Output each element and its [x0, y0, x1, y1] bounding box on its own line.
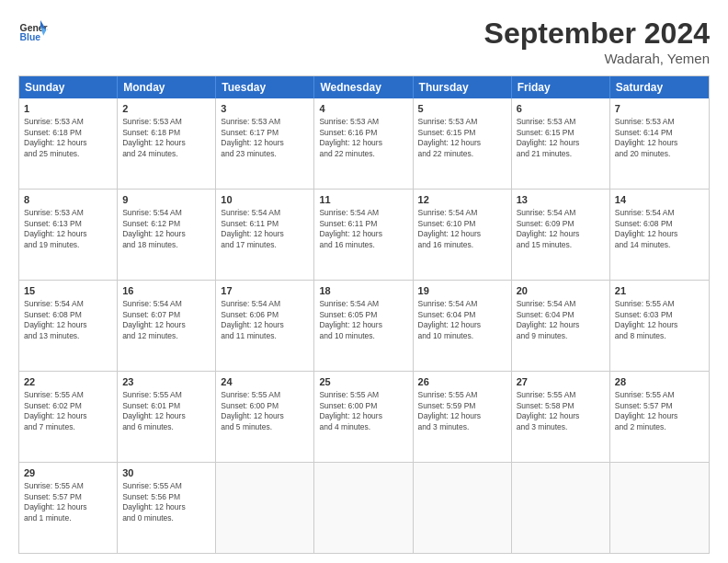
day-info: Sunrise: 5:55 AMSunset: 6:02 PMDaylight:…: [24, 390, 112, 432]
cal-cell-sep12: 12 Sunrise: 5:54 AMSunset: 6:10 PMDaylig…: [414, 190, 512, 280]
day-info: Sunrise: 5:54 AMSunset: 6:12 PMDaylight:…: [122, 208, 210, 250]
day-number: 17: [221, 284, 309, 297]
cal-cell-sep10: 10 Sunrise: 5:54 AMSunset: 6:11 PMDaylig…: [216, 190, 314, 280]
weekday-friday: Friday: [512, 76, 610, 98]
day-number: 20: [517, 284, 605, 297]
cal-cell-sep7: 7 Sunrise: 5:53 AMSunset: 6:14 PMDayligh…: [610, 98, 709, 189]
day-number: 6: [517, 102, 605, 115]
cal-cell-sep23: 23 Sunrise: 5:55 AMSunset: 6:01 PMDaylig…: [118, 372, 216, 462]
day-info: Sunrise: 5:54 AMSunset: 6:11 PMDaylight:…: [221, 208, 309, 250]
cal-cell-sep17: 17 Sunrise: 5:54 AMSunset: 6:06 PMDaylig…: [216, 281, 314, 371]
day-info: Sunrise: 5:53 AMSunset: 6:15 PMDaylight:…: [418, 117, 506, 159]
day-info: Sunrise: 5:54 AMSunset: 6:08 PMDaylight:…: [615, 208, 704, 250]
day-number: 21: [615, 284, 704, 297]
day-info: Sunrise: 5:54 AMSunset: 6:04 PMDaylight:…: [517, 299, 605, 341]
day-number: 26: [418, 375, 506, 388]
day-info: Sunrise: 5:53 AMSunset: 6:14 PMDaylight:…: [615, 117, 704, 159]
cal-cell-sep25: 25 Sunrise: 5:55 AMSunset: 6:00 PMDaylig…: [314, 372, 413, 462]
cal-cell-sep18: 18 Sunrise: 5:54 AMSunset: 6:05 PMDaylig…: [314, 281, 413, 371]
day-info: Sunrise: 5:54 AMSunset: 6:11 PMDaylight:…: [319, 208, 407, 250]
cal-cell-sep6: 6 Sunrise: 5:53 AMSunset: 6:15 PMDayligh…: [512, 98, 610, 189]
day-info: Sunrise: 5:55 AMSunset: 6:00 PMDaylight:…: [221, 390, 309, 432]
cal-cell-sep1: 1 Sunrise: 5:53 AMSunset: 6:18 PMDayligh…: [19, 98, 118, 189]
day-number: 5: [418, 102, 506, 115]
cal-cell-sep27: 27 Sunrise: 5:55 AMSunset: 5:58 PMDaylig…: [512, 372, 610, 462]
weekday-thursday: Thursday: [414, 76, 512, 98]
cal-cell-empty: [512, 463, 610, 553]
day-info: Sunrise: 5:53 AMSunset: 6:18 PMDaylight:…: [122, 117, 210, 159]
cal-row-4: 29 Sunrise: 5:55 AMSunset: 5:57 PMDaylig…: [19, 462, 709, 553]
day-number: 7: [615, 102, 704, 115]
cal-cell-sep19: 19 Sunrise: 5:54 AMSunset: 6:04 PMDaylig…: [414, 281, 512, 371]
cal-row-0: 1 Sunrise: 5:53 AMSunset: 6:18 PMDayligh…: [19, 98, 709, 189]
day-info: Sunrise: 5:55 AMSunset: 5:59 PMDaylight:…: [418, 390, 506, 432]
calendar-header: Sunday Monday Tuesday Wednesday Thursday…: [19, 76, 709, 98]
logo: General Blue: [18, 17, 48, 46]
day-number: 15: [24, 284, 112, 297]
day-number: 27: [517, 375, 605, 388]
day-number: 13: [517, 193, 605, 206]
cal-cell-empty: [414, 463, 512, 553]
day-number: 2: [122, 102, 210, 115]
day-info: Sunrise: 5:53 AMSunset: 6:15 PMDaylight:…: [517, 117, 605, 159]
day-number: 30: [122, 466, 210, 479]
day-number: 28: [615, 375, 704, 388]
cal-cell-sep5: 5 Sunrise: 5:53 AMSunset: 6:15 PMDayligh…: [414, 98, 512, 189]
day-info: Sunrise: 5:55 AMSunset: 6:01 PMDaylight:…: [122, 390, 210, 432]
month-title: September 2024: [484, 17, 710, 51]
day-number: 9: [122, 193, 210, 206]
cal-cell-sep14: 14 Sunrise: 5:54 AMSunset: 6:08 PMDaylig…: [610, 190, 709, 280]
day-info: Sunrise: 5:55 AMSunset: 6:03 PMDaylight:…: [615, 299, 704, 341]
day-number: 12: [418, 193, 506, 206]
cal-cell-sep9: 9 Sunrise: 5:54 AMSunset: 6:12 PMDayligh…: [118, 190, 216, 280]
cal-cell-sep28: 28 Sunrise: 5:55 AMSunset: 5:57 PMDaylig…: [610, 372, 709, 462]
cal-row-2: 15 Sunrise: 5:54 AMSunset: 6:08 PMDaylig…: [19, 280, 709, 371]
cal-cell-empty: [610, 463, 709, 553]
cal-cell-sep20: 20 Sunrise: 5:54 AMSunset: 6:04 PMDaylig…: [512, 281, 610, 371]
page: General Blue September 2024 Wadarah, Yem…: [0, 0, 728, 563]
day-info: Sunrise: 5:53 AMSunset: 6:18 PMDaylight:…: [24, 117, 112, 159]
day-number: 23: [122, 375, 210, 388]
cal-cell-sep22: 22 Sunrise: 5:55 AMSunset: 6:02 PMDaylig…: [19, 372, 118, 462]
cal-cell-sep30: 30 Sunrise: 5:55 AMSunset: 5:56 PMDaylig…: [118, 463, 216, 553]
day-number: 19: [418, 284, 506, 297]
day-number: 11: [319, 193, 407, 206]
day-info: Sunrise: 5:54 AMSunset: 6:04 PMDaylight:…: [418, 299, 506, 341]
day-info: Sunrise: 5:54 AMSunset: 6:09 PMDaylight:…: [517, 208, 605, 250]
cal-cell-sep11: 11 Sunrise: 5:54 AMSunset: 6:11 PMDaylig…: [314, 190, 413, 280]
cal-cell-sep4: 4 Sunrise: 5:53 AMSunset: 6:16 PMDayligh…: [314, 98, 413, 189]
day-number: 18: [319, 284, 407, 297]
day-number: 29: [24, 466, 112, 479]
svg-text:Blue: Blue: [20, 32, 41, 42]
day-info: Sunrise: 5:54 AMSunset: 6:05 PMDaylight:…: [319, 299, 407, 341]
cal-cell-empty: [314, 463, 413, 553]
cal-cell-sep24: 24 Sunrise: 5:55 AMSunset: 6:00 PMDaylig…: [216, 372, 314, 462]
day-number: 4: [319, 102, 407, 115]
day-number: 22: [24, 375, 112, 388]
cal-cell-sep26: 26 Sunrise: 5:55 AMSunset: 5:59 PMDaylig…: [414, 372, 512, 462]
title-block: September 2024 Wadarah, Yemen: [484, 17, 710, 66]
cal-row-1: 8 Sunrise: 5:53 AMSunset: 6:13 PMDayligh…: [19, 189, 709, 280]
weekday-monday: Monday: [118, 76, 216, 98]
day-info: Sunrise: 5:54 AMSunset: 6:08 PMDaylight:…: [24, 299, 112, 341]
day-info: Sunrise: 5:54 AMSunset: 6:06 PMDaylight:…: [221, 299, 309, 341]
day-number: 14: [615, 193, 704, 206]
cal-row-3: 22 Sunrise: 5:55 AMSunset: 6:02 PMDaylig…: [19, 371, 709, 462]
cal-cell-sep15: 15 Sunrise: 5:54 AMSunset: 6:08 PMDaylig…: [19, 281, 118, 371]
calendar: Sunday Monday Tuesday Wednesday Thursday…: [18, 75, 710, 554]
day-info: Sunrise: 5:55 AMSunset: 5:57 PMDaylight:…: [615, 390, 704, 432]
cal-cell-sep2: 2 Sunrise: 5:53 AMSunset: 6:18 PMDayligh…: [118, 98, 216, 189]
day-number: 8: [24, 193, 112, 206]
cal-cell-sep29: 29 Sunrise: 5:55 AMSunset: 5:57 PMDaylig…: [19, 463, 118, 553]
cal-cell-sep21: 21 Sunrise: 5:55 AMSunset: 6:03 PMDaylig…: [610, 281, 709, 371]
day-info: Sunrise: 5:55 AMSunset: 5:58 PMDaylight:…: [517, 390, 605, 432]
day-info: Sunrise: 5:55 AMSunset: 5:57 PMDaylight:…: [24, 481, 112, 523]
day-info: Sunrise: 5:55 AMSunset: 5:56 PMDaylight:…: [122, 481, 210, 523]
weekday-saturday: Saturday: [610, 76, 709, 98]
cal-cell-sep8: 8 Sunrise: 5:53 AMSunset: 6:13 PMDayligh…: [19, 190, 118, 280]
day-number: 10: [221, 193, 309, 206]
weekday-wednesday: Wednesday: [314, 76, 413, 98]
day-info: Sunrise: 5:55 AMSunset: 6:00 PMDaylight:…: [319, 390, 407, 432]
cal-cell-sep16: 16 Sunrise: 5:54 AMSunset: 6:07 PMDaylig…: [118, 281, 216, 371]
location: Wadarah, Yemen: [484, 51, 710, 66]
